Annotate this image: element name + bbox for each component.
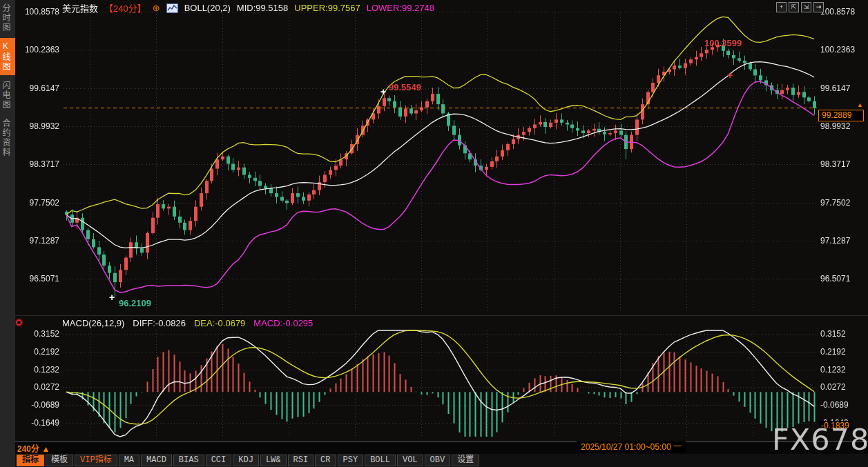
toolbar-button-VOL[interactable]: VOL: [397, 455, 423, 466]
cross-marker-icon: +: [380, 88, 386, 95]
add-indicator-icon[interactable]: ⊕: [153, 3, 160, 13]
macd-macd-value: MACD:-0.0295: [253, 318, 313, 328]
watermark: FX678: [772, 422, 868, 457]
pan-icon[interactable]: +: [776, 2, 787, 12]
price-axis-label: 97.1287: [820, 236, 866, 246]
sidebar-tab-闪电图[interactable]: 闪电图: [0, 77, 15, 113]
macd-header: MACD(26,12,9) DIFF:-0.0826 DEA:-0.0679 M…: [62, 318, 313, 328]
macd-axis-label: -0.1649: [17, 418, 59, 428]
toolbar-button-OBV[interactable]: OBV: [425, 455, 451, 466]
macd-indicator-label: MACD(26,12,9): [62, 318, 124, 328]
toolbar-button-模板[interactable]: 模板: [46, 455, 73, 466]
chart-canvas[interactable]: [0, 0, 868, 467]
price-marker-icon: ▲: [857, 101, 863, 108]
toolbar-button-CR[interactable]: CR: [315, 455, 336, 466]
interval-up-arrow-icon: ▲: [41, 444, 50, 454]
macd-axis-label: 0.1232: [17, 365, 59, 375]
interval-indicator: 240分 ▲: [17, 442, 50, 454]
toolbar-button-BOLL[interactable]: BOLL: [365, 455, 396, 466]
price-axis-label: 97.7502: [17, 198, 59, 208]
price-annotation: 96.2109: [119, 298, 151, 308]
price-axis-label: 99.6147: [17, 83, 59, 93]
price-axis-label: 98.3717: [17, 159, 59, 169]
interval-tag: 【240分】: [104, 1, 146, 14]
macd-axis-label: 0.0272: [17, 382, 59, 392]
indicator-toolbar: 指标模板VIP指标MAMACDBIASCCIKDJLW&RSICRPSYBOLL…: [15, 454, 868, 467]
chart-type-icon[interactable]: [166, 3, 178, 13]
symbol-title: 美元指数: [62, 1, 98, 14]
price-axis-label: 98.9932: [17, 121, 59, 131]
selected-candle-date: 2025/10/27 01:00~05:00 一: [577, 441, 686, 453]
macd-axis-label: 0.2192: [820, 347, 866, 357]
toolbar-button-KDJ[interactable]: KDJ: [233, 455, 259, 466]
toolbar-button-LW&[interactable]: LW&: [260, 455, 287, 466]
sidebar-tab-分时图[interactable]: 分时图: [0, 0, 15, 36]
macd-dea-value: DEA:-0.0679: [194, 318, 245, 328]
window-controls: +⇱⇲⇥: [776, 2, 824, 12]
cross-marker-icon: +: [727, 72, 733, 79]
sidebar-tab-K线图[interactable]: K线图: [0, 38, 15, 75]
macd-axis-label: 0.0272: [820, 382, 866, 392]
boll-upper-value: UPPER:99.7567: [294, 3, 360, 13]
macd-axis-label: 0.3152: [820, 329, 866, 339]
price-annotation: 100.3599: [704, 38, 742, 48]
expand-right-icon[interactable]: ⇥: [813, 2, 824, 12]
toolbar-button-MACD[interactable]: MACD: [141, 455, 172, 466]
toolbar-button-BIAS[interactable]: BIAS: [173, 455, 204, 466]
macd-diff-value: DIFF:-0.0826: [133, 318, 186, 328]
x-axis-strip: [15, 441, 868, 455]
macd-axis-label: -0.0689: [17, 400, 59, 410]
price-axis-label: 100.2363: [820, 45, 866, 54]
price-axis-label: 100.8578: [820, 7, 866, 17]
chart-header: 美元指数 【240分】 ⊕ BOLL(20,2) MID:99.5158 UPP…: [62, 2, 434, 14]
price-annotation: 99.5549: [389, 82, 421, 92]
sidebar: 分时图K线图闪电图合约资料: [0, 0, 15, 467]
macd-axis-label: 0.3152: [17, 329, 59, 339]
price-axis-label: 98.3717: [820, 159, 866, 169]
cross-marker-icon: +: [109, 294, 115, 301]
boll-indicator-label: BOLL(20,2): [184, 3, 231, 13]
macd-axis-label: -0.0689: [820, 400, 866, 410]
price-axis-label: 96.5071: [17, 274, 59, 284]
price-axis-label: 98.9932: [820, 121, 866, 131]
boll-mid-value: MID:99.5158: [237, 3, 288, 13]
toolbar-button-设置[interactable]: 设置: [452, 455, 479, 466]
macd-axis-label: 0.1232: [820, 365, 866, 375]
price-axis-label: 96.5071: [820, 274, 866, 284]
current-price-box: 99.2889: [818, 110, 864, 121]
zoom-axis-up-icon[interactable]: ⇱: [789, 2, 799, 12]
toolbar-button-CCI[interactable]: CCI: [206, 455, 232, 466]
toolbar-button-PSY[interactable]: PSY: [338, 455, 364, 466]
macd-axis-label: 0.2192: [17, 347, 59, 357]
price-axis-label: 100.8578: [17, 7, 59, 17]
price-axis-label: 97.7502: [820, 198, 866, 208]
price-axis-label: 99.6147: [820, 83, 866, 93]
chart-window: 分时图K线图闪电图合约资料 美元指数 【240分】 ⊕ BOLL(20,2) M…: [0, 0, 868, 467]
sidebar-tab-合约资料[interactable]: 合约资料: [0, 115, 15, 161]
boll-lower-value: LOWER:99.2748: [367, 3, 434, 13]
price-axis-label: 97.1287: [17, 236, 59, 246]
price-axis-label: 100.2363: [17, 45, 59, 54]
zoom-axis-right-icon[interactable]: ⇲: [801, 2, 811, 12]
toolbar-button-MA[interactable]: MA: [119, 455, 139, 466]
record-dot-icon: [16, 319, 22, 326]
toolbar-button-VIP指标[interactable]: VIP指标: [75, 455, 117, 466]
toolbar-button-RSI[interactable]: RSI: [288, 455, 314, 466]
interval-text: 240分: [17, 444, 39, 454]
toolbar-button-指标[interactable]: 指标: [17, 455, 44, 466]
